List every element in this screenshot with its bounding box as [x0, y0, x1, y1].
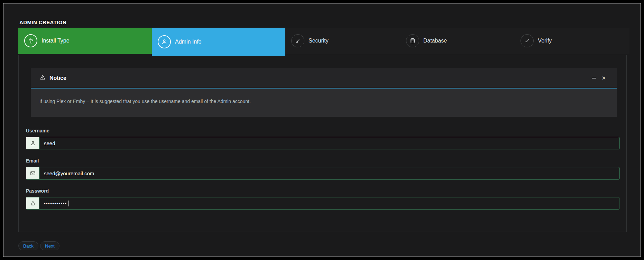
username-input[interactable]: [39, 137, 619, 149]
tab-label: Admin Info: [175, 39, 201, 45]
back-button[interactable]: Back: [18, 241, 38, 250]
signpost-icon: [24, 34, 37, 47]
notice-body: If using Plex or Emby – It is suggested …: [31, 89, 617, 117]
text-cursor: [68, 201, 68, 206]
notice-controls: ✕: [592, 75, 606, 81]
password-input[interactable]: •••••••••••: [39, 197, 619, 209]
notice-header: Notice ✕: [31, 68, 617, 89]
notice-title: Notice: [49, 75, 66, 81]
key-icon: [291, 34, 304, 47]
tab-install-type[interactable]: Install Type: [18, 28, 152, 54]
tab-verify[interactable]: Verify: [515, 28, 629, 54]
tab-label: Verify: [538, 38, 552, 44]
tab-label: Security: [309, 38, 329, 44]
username-field-group: [26, 137, 619, 149]
email-field-group: [26, 167, 619, 179]
password-masked-value: •••••••••••: [44, 201, 67, 206]
tab-database[interactable]: Database: [400, 28, 515, 54]
tab-security[interactable]: Security: [285, 28, 400, 54]
admin-creation-window: ADMIN CREATION Install Type Admin Info: [3, 3, 641, 257]
envelope-icon: [26, 167, 39, 179]
email-input[interactable]: [39, 167, 619, 179]
wizard-tab-bar: Install Type Admin Info Security: [18, 28, 629, 56]
minimize-icon[interactable]: [592, 78, 596, 78]
email-label: Email: [26, 158, 39, 164]
username-label: Username: [26, 128, 49, 133]
next-button[interactable]: Next: [40, 241, 59, 250]
password-label: Password: [26, 188, 49, 194]
tab-label: Database: [423, 38, 447, 44]
notice-box: Notice ✕ If using Plex or Emby – It is s…: [31, 68, 617, 117]
password-field-group: •••••••••••: [26, 197, 619, 210]
notice-message: If using Plex or Emby – It is suggested …: [39, 99, 608, 104]
user-icon: [26, 137, 39, 149]
lock-icon: [26, 197, 39, 209]
warning-icon: [39, 74, 46, 82]
person-icon: [158, 35, 171, 48]
wizard-footer-actions: Back Next: [18, 241, 59, 250]
admin-info-panel: Notice ✕ If using Plex or Emby – It is s…: [18, 55, 627, 232]
database-icon: [406, 34, 419, 47]
tab-label: Install Type: [42, 38, 70, 44]
check-icon: [521, 34, 534, 47]
tab-admin-info[interactable]: Admin Info: [152, 28, 285, 56]
close-icon[interactable]: ✕: [601, 75, 606, 81]
page-title: ADMIN CREATION: [19, 19, 66, 25]
